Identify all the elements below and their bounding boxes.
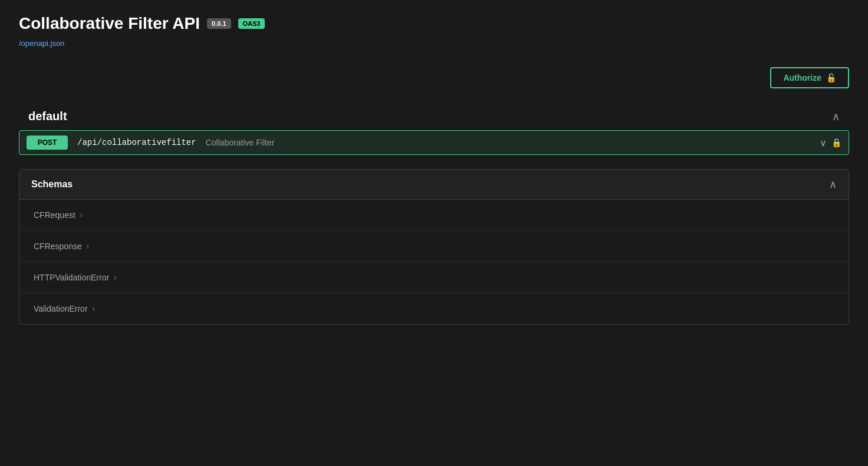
endpoint-lock-icon: 🔒 (831, 138, 841, 147)
default-section: default ∧ POST /api/collaborativefilter … (19, 103, 849, 155)
schema-item-name: CFRequest (34, 210, 75, 220)
endpoint-description: Collaborative Filter (206, 138, 820, 147)
schema-item[interactable]: CFResponse› (19, 231, 849, 262)
schemas-section: Schemas ∧ CFRequest›CFResponse›HTTPValid… (19, 169, 849, 325)
endpoint-row[interactable]: POST /api/collaborativefilter Collaborat… (19, 130, 849, 155)
endpoint-chevron-icon: ∨ (820, 137, 827, 148)
title-row: Collaborative Filter API 0.0.1 OAS3 (19, 14, 849, 33)
authorize-button[interactable]: Authorize 🔓 (770, 67, 849, 88)
schema-items-container: CFRequest›CFResponse›HTTPValidationError… (19, 200, 849, 324)
collapse-schemas-icon[interactable]: ∧ (829, 178, 837, 191)
oas-badge: OAS3 (238, 18, 265, 29)
endpoint-actions: ∨ 🔒 (820, 137, 841, 148)
api-title: Collaborative Filter API (19, 14, 200, 33)
schemas-header: Schemas ∧ (19, 170, 849, 200)
schema-item-name: CFResponse (34, 242, 82, 251)
main-content: default ∧ POST /api/collaborativefilter … (0, 103, 868, 325)
lock-icon: 🔓 (826, 73, 836, 82)
schema-expand-icon: › (87, 242, 89, 250)
collapse-default-icon[interactable]: ∧ (832, 110, 840, 123)
header: Collaborative Filter API 0.0.1 OAS3 /ope… (0, 0, 868, 58)
schema-item[interactable]: HTTPValidationError› (19, 262, 849, 293)
schema-expand-icon: › (114, 273, 116, 282)
schema-expand-icon: › (93, 305, 95, 313)
authorize-section: Authorize 🔓 (0, 58, 868, 103)
schema-item[interactable]: CFRequest› (19, 200, 849, 231)
schemas-title: Schemas (31, 179, 73, 190)
schema-item[interactable]: ValidationError› (19, 293, 849, 324)
schema-item-name: HTTPValidationError (34, 273, 109, 282)
method-badge: POST (27, 135, 68, 150)
endpoint-path: /api/collaborativefilter (77, 138, 196, 147)
section-default-header: default ∧ (19, 103, 849, 130)
section-default-title: default (28, 110, 67, 123)
schema-expand-icon: › (80, 211, 83, 219)
version-badge: 0.0.1 (207, 18, 231, 29)
authorize-label: Authorize (783, 73, 821, 82)
schema-item-name: ValidationError (34, 304, 88, 313)
api-link[interactable]: /openapi.json (19, 39, 64, 48)
